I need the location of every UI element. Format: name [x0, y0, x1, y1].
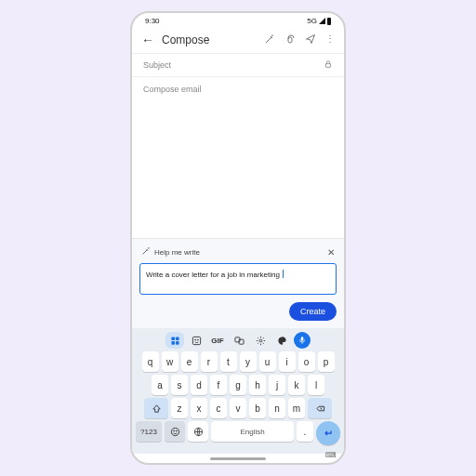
confidential-icon[interactable] [324, 60, 333, 71]
key-o[interactable]: o [298, 351, 315, 372]
svg-point-7 [197, 339, 198, 340]
key-c[interactable]: c [210, 398, 227, 418]
key-a[interactable]: a [152, 375, 168, 395]
subject-field[interactable]: Subject [132, 53, 344, 77]
key-b[interactable]: b [249, 398, 266, 418]
signal-icon [319, 18, 325, 24]
key-k[interactable]: k [288, 375, 305, 395]
key-u[interactable]: u [259, 351, 276, 372]
key-z[interactable]: z [171, 398, 188, 418]
screen-title: Compose [162, 33, 257, 46]
prompt-text: Write a cover letter for a job in market… [146, 271, 280, 279]
body-field[interactable]: Compose email [132, 77, 344, 238]
panel-title: Help me write [154, 248, 200, 257]
key-j[interactable]: j [269, 375, 285, 395]
magic-write-icon[interactable] [264, 33, 275, 46]
key-x[interactable]: x [191, 398, 207, 418]
send-icon[interactable] [305, 33, 316, 46]
phone-frame: 9:30 5G ← Compose ⋮ Subject Com [130, 11, 346, 465]
svg-point-12 [171, 428, 178, 435]
svg-point-14 [176, 430, 177, 431]
key-period[interactable]: . [297, 421, 313, 442]
svg-rect-11 [301, 337, 304, 341]
keyboard-switch-icon[interactable]: ⌨ [325, 451, 337, 459]
svg-rect-5 [192, 337, 200, 344]
svg-rect-1 [171, 337, 175, 340]
key-enter[interactable] [316, 421, 340, 445]
key-n[interactable]: n [269, 398, 285, 418]
svg-point-13 [173, 430, 174, 431]
kbd-row3: z x c v b n m [136, 398, 340, 418]
kbd-toolbar-sticker-icon[interactable] [187, 332, 205, 349]
key-backspace[interactable] [308, 398, 332, 418]
back-icon[interactable]: ← [141, 33, 154, 47]
key-symbols[interactable]: ?123 [136, 421, 162, 442]
key-p[interactable]: p [318, 351, 335, 372]
kbd-row2: a s d f g h j k l [136, 375, 340, 395]
key-i[interactable]: i [279, 351, 296, 372]
key-space[interactable]: English [211, 421, 294, 442]
kbd-toolbar-settings-icon[interactable] [251, 332, 270, 349]
key-globe[interactable] [188, 421, 208, 442]
nav-bar [132, 454, 344, 463]
more-icon[interactable]: ⋮ [325, 33, 335, 46]
svg-point-6 [194, 339, 195, 340]
create-button[interactable]: Create [289, 302, 337, 321]
app-bar: ← Compose ⋮ [132, 27, 344, 53]
key-q[interactable]: q [142, 351, 159, 372]
svg-point-10 [259, 339, 262, 342]
svg-rect-0 [326, 64, 331, 68]
kbd-toolbar-translate-icon[interactable] [230, 332, 248, 349]
kbd-row4: ?123 English . [136, 421, 340, 445]
svg-rect-3 [171, 340, 175, 344]
key-emoji[interactable] [165, 421, 185, 442]
key-g[interactable]: g [230, 375, 246, 395]
key-s[interactable]: s [171, 375, 188, 395]
kbd-row1: q w e r t y u i o p [136, 351, 340, 372]
network-label: 5G [307, 17, 317, 25]
kbd-toolbar-gif[interactable]: GIF [208, 332, 227, 349]
key-r[interactable]: r [201, 351, 218, 372]
kbd-toolbar-suggestions-icon[interactable] [165, 332, 184, 349]
kbd-toolbar-mic-icon[interactable] [294, 332, 311, 349]
body-placeholder: Compose email [143, 85, 202, 94]
nav-pill[interactable] [210, 457, 266, 460]
kbd-toolbar-palette-icon[interactable] [272, 332, 291, 349]
close-icon[interactable]: ✕ [327, 247, 335, 258]
key-d[interactable]: d [191, 375, 207, 395]
key-v[interactable]: v [230, 398, 246, 418]
pencil-spark-icon [141, 246, 151, 258]
key-h[interactable]: h [249, 375, 266, 395]
keyboard: GIF q w e r t y u i o p [132, 328, 344, 454]
svg-rect-4 [175, 340, 178, 344]
key-shift[interactable] [144, 398, 168, 418]
key-m[interactable]: m [288, 398, 305, 418]
key-t[interactable]: t [220, 351, 237, 372]
key-e[interactable]: e [181, 351, 198, 372]
prompt-input[interactable]: Write a cover letter for a job in market… [139, 263, 337, 295]
battery-icon [327, 18, 331, 25]
key-l[interactable]: l [308, 375, 324, 395]
svg-rect-2 [175, 337, 178, 340]
help-me-write-panel: Help me write ✕ Write a cover letter for… [132, 238, 344, 328]
status-bar: 9:30 5G [132, 13, 344, 27]
key-w[interactable]: w [162, 351, 178, 372]
key-y[interactable]: y [240, 351, 257, 372]
attach-icon[interactable] [284, 33, 296, 46]
subject-placeholder: Subject [143, 60, 171, 70]
clock: 9:30 [145, 17, 160, 25]
key-f[interactable]: f [210, 375, 227, 395]
